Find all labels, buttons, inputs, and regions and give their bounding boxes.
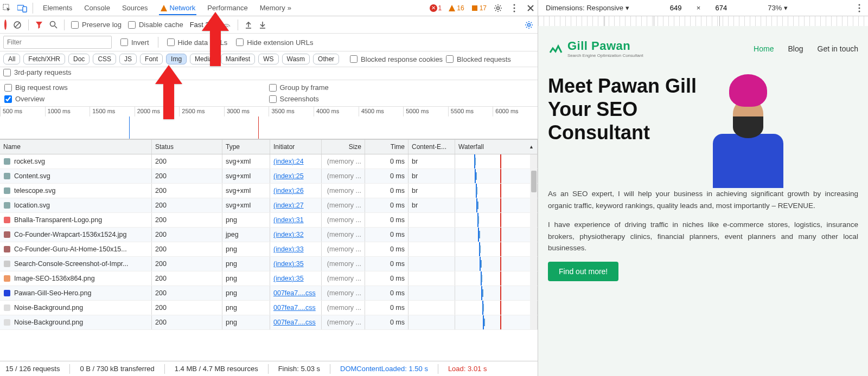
table-row[interactable]: Noise-Background.png200png007fea7....css…: [0, 301, 538, 315]
initiator-link[interactable]: (index):26: [273, 187, 304, 195]
screenshots-checkbox[interactable]: Screenshots: [269, 95, 534, 103]
dimensions-dropdown[interactable]: Dimensions: Responsive ▾: [546, 4, 629, 12]
tab-console[interactable]: Console: [83, 1, 111, 15]
table-row[interactable]: Content.svg200svg+xml(index):25(memory .…: [0, 169, 538, 184]
hide-extension-urls-checkbox[interactable]: Hide extension URLs: [236, 38, 313, 47]
network-settings-gear-icon[interactable]: [525, 21, 533, 29]
filter-chip-css[interactable]: CSS: [93, 54, 116, 64]
initiator-link[interactable]: (index):35: [273, 260, 304, 268]
table-row[interactable]: Bhalla-Transparent-Logo.png200png(index)…: [0, 213, 538, 228]
filter-input[interactable]: [3, 36, 112, 49]
initiator-link[interactable]: (index):25: [273, 172, 304, 180]
table-row[interactable]: telescope.svg200svg+xml(index):26(memory…: [0, 184, 538, 198]
table-row[interactable]: location.svg200svg+xml(index):27(memory …: [0, 198, 538, 213]
column-status[interactable]: Status: [152, 140, 222, 154]
tab-elements[interactable]: Elements: [42, 1, 73, 15]
third-party-checkbox[interactable]: 3rd-party requests: [3, 68, 72, 76]
table-row[interactable]: rocket.svg200svg+xml(index):24(memory ..…: [0, 154, 538, 169]
site-logo[interactable]: Gill Pawan Search Engine Optimization Co…: [548, 39, 643, 58]
initiator-link[interactable]: 007fea7....css: [273, 304, 316, 312]
svg-rect-20: [4, 246, 10, 252]
record-button[interactable]: [4, 21, 7, 29]
filter-chip-js[interactable]: JS: [119, 54, 137, 64]
filter-chip-doc[interactable]: Doc: [68, 54, 90, 64]
filter-chip-other[interactable]: Other: [313, 54, 339, 64]
overview-timeline[interactable]: 500 ms1000 ms1500 ms2000 ms2500 ms3000 m…: [0, 107, 538, 139]
error-badge[interactable]: ✕1: [430, 4, 442, 12]
device-toggle-icon[interactable]: [17, 3, 27, 13]
tab-network[interactable]: Network: [159, 1, 197, 15]
clear-button[interactable]: [13, 21, 22, 29]
file-icon: [3, 289, 11, 297]
filter-chip-all[interactable]: All: [3, 54, 20, 64]
file-icon: [3, 158, 11, 165]
overview-checkbox[interactable]: Overview: [4, 95, 269, 103]
tab-sources[interactable]: Sources: [121, 1, 149, 15]
column-size[interactable]: Size: [322, 140, 365, 154]
tab-memory[interactable]: Memory: [259, 1, 286, 15]
initiator-link[interactable]: (index):35: [273, 275, 304, 282]
preserve-log-checkbox[interactable]: Preserve log: [71, 21, 122, 29]
disable-cache-checkbox[interactable]: Disable cache: [128, 21, 183, 29]
column-time[interactable]: Time: [365, 140, 409, 154]
svg-rect-19: [4, 231, 10, 238]
initiator-link[interactable]: (index):31: [273, 216, 304, 224]
table-row[interactable]: Image-SEO-1536x864.png200png(index):35(m…: [0, 271, 538, 286]
height-input[interactable]: [708, 4, 734, 12]
group-by-frame-checkbox[interactable]: Group by frame: [269, 83, 534, 92]
file-icon: [3, 231, 11, 238]
table-row[interactable]: Noise-Background.png200png007fea7....css…: [0, 315, 538, 330]
warning-badge[interactable]: 16: [448, 4, 464, 12]
svg-rect-17: [4, 202, 10, 209]
column-contente[interactable]: Content-E...: [409, 140, 455, 154]
invert-checkbox[interactable]: Invert: [120, 38, 149, 47]
svg-rect-16: [4, 187, 10, 194]
filter-chip-wasm[interactable]: Wasm: [282, 54, 310, 64]
column-waterfall[interactable]: Waterfall: [455, 140, 538, 154]
preview-kebab-icon[interactable]: [858, 4, 860, 12]
filter-chip-fetchxhr[interactable]: Fetch/XHR: [23, 54, 65, 64]
filter-funnel-icon[interactable]: [35, 21, 43, 29]
blocked-cookies-checkbox[interactable]: Blocked response cookies: [350, 55, 443, 63]
issues-badge[interactable]: 17: [471, 4, 487, 12]
column-type[interactable]: Type: [222, 140, 270, 154]
download-har-icon[interactable]: [259, 21, 266, 29]
table-row[interactable]: Co-Founder-Wrapcart-1536x1524.jpg200jpeg…: [0, 228, 538, 242]
settings-gear-icon[interactable]: [493, 3, 503, 13]
filter-chip-font[interactable]: Font: [140, 54, 163, 64]
file-icon: [3, 275, 11, 282]
initiator-link[interactable]: (index):33: [273, 245, 304, 253]
nav-contact[interactable]: Get in touch: [818, 44, 859, 53]
zoom-dropdown[interactable]: 73% ▾: [768, 4, 788, 12]
width-input[interactable]: [663, 4, 689, 12]
table-row[interactable]: Search-Console-Screenshot-of-Impr...200p…: [0, 257, 538, 271]
svg-point-6: [497, 7, 500, 9]
initiator-link[interactable]: (index):24: [273, 158, 304, 165]
initiator-link[interactable]: (index):27: [273, 202, 304, 209]
initiator-link[interactable]: 007fea7....css: [273, 319, 316, 326]
search-icon[interactable]: [49, 21, 58, 29]
cta-button[interactable]: Find out more!: [548, 262, 618, 281]
upload-har-icon[interactable]: [245, 21, 252, 29]
column-initiator[interactable]: Initiator: [270, 140, 322, 154]
column-name[interactable]: Name: [0, 140, 152, 154]
svg-rect-18: [4, 217, 10, 223]
tabs-overflow[interactable]: »: [286, 1, 292, 15]
table-row[interactable]: Co-Founder-Guru-At-Home-150x15...200png(…: [0, 242, 538, 257]
big-request-rows-checkbox[interactable]: Big request rows: [4, 83, 269, 92]
filter-chip-ws[interactable]: WS: [258, 54, 278, 64]
intro-paragraph-1: As an SEO expert, I will help your busin…: [548, 188, 858, 211]
initiator-link[interactable]: (index):32: [273, 231, 304, 238]
initiator-link[interactable]: 007fea7....css: [273, 289, 316, 297]
table-row[interactable]: Pawan-Gill-Seo-Hero.png200png007fea7....…: [0, 286, 538, 301]
svg-rect-25: [4, 319, 10, 326]
inspect-icon[interactable]: [2, 3, 12, 13]
nav-home[interactable]: Home: [754, 44, 774, 53]
close-icon[interactable]: [526, 3, 535, 13]
nav-blog[interactable]: Blog: [788, 44, 803, 53]
svg-point-13: [528, 23, 531, 26]
status-resources: 1.4 MB / 4.7 MB resources: [175, 365, 258, 373]
blocked-requests-checkbox[interactable]: Blocked requests: [446, 55, 511, 63]
kebab-menu-icon[interactable]: [509, 3, 519, 13]
filter-chip-img[interactable]: Img: [166, 54, 187, 64]
